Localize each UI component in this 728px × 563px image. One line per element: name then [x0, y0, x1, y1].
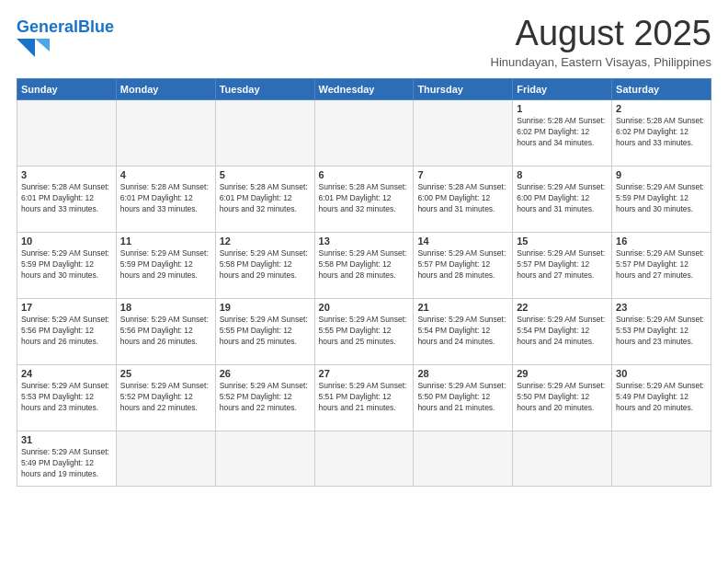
calendar-cell: 22Sunrise: 5:29 AM Sunset: 5:54 PM Dayli… [513, 298, 612, 364]
calendar-cell: 5Sunrise: 5:28 AM Sunset: 6:01 PM Daylig… [215, 166, 314, 232]
day-info: Sunrise: 5:29 AM Sunset: 5:55 PM Dayligh… [220, 315, 311, 348]
calendar-cell: 23Sunrise: 5:29 AM Sunset: 5:53 PM Dayli… [612, 298, 711, 364]
calendar-week-row: 1Sunrise: 5:28 AM Sunset: 6:02 PM Daylig… [17, 99, 711, 166]
day-number: 29 [517, 368, 608, 379]
svg-marker-0 [17, 39, 35, 57]
day-number: 23 [616, 302, 707, 313]
calendar-cell: 11Sunrise: 5:29 AM Sunset: 5:59 PM Dayli… [116, 232, 215, 298]
calendar-cell: 18Sunrise: 5:29 AM Sunset: 5:56 PM Dayli… [116, 298, 215, 364]
calendar-cell: 6Sunrise: 5:28 AM Sunset: 6:01 PM Daylig… [314, 166, 414, 232]
calendar-cell: 24Sunrise: 5:29 AM Sunset: 5:53 PM Dayli… [17, 364, 117, 431]
day-number: 21 [417, 302, 508, 313]
day-number: 26 [220, 368, 311, 379]
col-tuesday: Tuesday [215, 78, 314, 99]
day-info: Sunrise: 5:29 AM Sunset: 5:54 PM Dayligh… [517, 315, 608, 348]
calendar-cell: 1Sunrise: 5:28 AM Sunset: 6:02 PM Daylig… [513, 99, 612, 166]
day-number: 27 [319, 368, 410, 379]
day-info: Sunrise: 5:29 AM Sunset: 5:53 PM Dayligh… [21, 381, 112, 414]
day-number: 14 [417, 236, 508, 247]
col-wednesday: Wednesday [314, 78, 414, 99]
day-info: Sunrise: 5:29 AM Sunset: 5:52 PM Dayligh… [120, 381, 211, 414]
logo-general: General [17, 17, 78, 36]
calendar-cell: 9Sunrise: 5:29 AM Sunset: 5:59 PM Daylig… [612, 166, 711, 232]
day-info: Sunrise: 5:29 AM Sunset: 5:58 PM Dayligh… [220, 248, 311, 282]
day-info: Sunrise: 5:28 AM Sunset: 6:01 PM Dayligh… [319, 182, 410, 215]
day-info: Sunrise: 5:28 AM Sunset: 6:02 PM Dayligh… [616, 116, 707, 149]
calendar-cell [612, 431, 711, 486]
calendar-header-row: Sunday Monday Tuesday Wednesday Thursday… [17, 78, 711, 99]
calendar-cell [215, 99, 314, 166]
day-number: 13 [319, 236, 410, 247]
day-number: 4 [120, 169, 211, 180]
calendar-week-row: 31Sunrise: 5:29 AM Sunset: 5:49 PM Dayli… [17, 431, 711, 486]
day-number: 7 [417, 169, 508, 180]
logo-blue: Blue [78, 17, 114, 36]
day-info: Sunrise: 5:28 AM Sunset: 6:01 PM Dayligh… [21, 182, 112, 215]
calendar-week-row: 3Sunrise: 5:28 AM Sunset: 6:01 PM Daylig… [17, 166, 711, 232]
day-info: Sunrise: 5:29 AM Sunset: 5:58 PM Dayligh… [319, 248, 410, 282]
day-info: Sunrise: 5:29 AM Sunset: 5:50 PM Dayligh… [417, 381, 508, 414]
day-number: 30 [616, 368, 707, 379]
calendar-cell: 8Sunrise: 5:29 AM Sunset: 6:00 PM Daylig… [513, 166, 612, 232]
day-number: 22 [517, 302, 608, 313]
calendar-cell [116, 99, 215, 166]
calendar-cell: 16Sunrise: 5:29 AM Sunset: 5:57 PM Dayli… [612, 232, 711, 298]
calendar-cell: 28Sunrise: 5:29 AM Sunset: 5:50 PM Dayli… [414, 364, 513, 431]
day-number: 31 [21, 434, 112, 445]
day-number: 3 [21, 169, 112, 180]
calendar-cell [414, 431, 513, 486]
day-info: Sunrise: 5:28 AM Sunset: 6:01 PM Dayligh… [220, 182, 311, 215]
calendar-cell: 2Sunrise: 5:28 AM Sunset: 6:02 PM Daylig… [612, 99, 711, 166]
calendar-cell: 25Sunrise: 5:29 AM Sunset: 5:52 PM Dayli… [116, 364, 215, 431]
calendar-cell [414, 99, 513, 166]
day-number: 5 [220, 169, 311, 180]
day-number: 16 [616, 236, 707, 247]
day-info: Sunrise: 5:29 AM Sunset: 5:52 PM Dayligh… [220, 381, 311, 414]
calendar-cell: 26Sunrise: 5:29 AM Sunset: 5:52 PM Dayli… [215, 364, 314, 431]
col-thursday: Thursday [414, 78, 513, 99]
calendar-cell: 7Sunrise: 5:28 AM Sunset: 6:00 PM Daylig… [414, 166, 513, 232]
logo-icon [17, 39, 50, 57]
day-number: 10 [21, 236, 112, 247]
calendar-cell: 20Sunrise: 5:29 AM Sunset: 5:55 PM Dayli… [314, 298, 414, 364]
calendar-page: GeneralBlue August 2025 Hinundayan, East… [0, 0, 728, 496]
day-number: 8 [517, 169, 608, 180]
day-info: Sunrise: 5:29 AM Sunset: 5:55 PM Dayligh… [319, 315, 410, 348]
day-info: Sunrise: 5:29 AM Sunset: 5:56 PM Dayligh… [120, 315, 211, 348]
calendar-cell [116, 431, 215, 486]
logo: GeneralBlue [17, 15, 114, 57]
day-number: 12 [220, 236, 311, 247]
calendar-cell: 4Sunrise: 5:28 AM Sunset: 6:01 PM Daylig… [116, 166, 215, 232]
calendar-table: Sunday Monday Tuesday Wednesday Thursday… [17, 78, 711, 487]
day-info: Sunrise: 5:29 AM Sunset: 5:49 PM Dayligh… [21, 447, 112, 480]
day-info: Sunrise: 5:29 AM Sunset: 6:00 PM Dayligh… [517, 182, 608, 215]
col-friday: Friday [513, 78, 612, 99]
col-saturday: Saturday [612, 78, 711, 99]
day-info: Sunrise: 5:29 AM Sunset: 5:59 PM Dayligh… [120, 248, 211, 282]
day-number: 25 [120, 368, 211, 379]
day-number: 6 [319, 169, 410, 180]
calendar-subtitle: Hinundayan, Eastern Visayas, Philippines [491, 55, 711, 69]
day-info: Sunrise: 5:29 AM Sunset: 5:51 PM Dayligh… [319, 381, 410, 414]
day-info: Sunrise: 5:29 AM Sunset: 5:57 PM Dayligh… [616, 248, 707, 282]
calendar-cell: 15Sunrise: 5:29 AM Sunset: 5:57 PM Dayli… [513, 232, 612, 298]
day-info: Sunrise: 5:29 AM Sunset: 5:57 PM Dayligh… [417, 248, 508, 282]
calendar-cell: 30Sunrise: 5:29 AM Sunset: 5:49 PM Dayli… [612, 364, 711, 431]
logo-text: GeneralBlue [17, 18, 114, 37]
day-number: 28 [417, 368, 508, 379]
day-info: Sunrise: 5:29 AM Sunset: 5:57 PM Dayligh… [517, 248, 608, 282]
day-info: Sunrise: 5:28 AM Sunset: 6:00 PM Dayligh… [417, 182, 508, 215]
calendar-cell [314, 99, 414, 166]
calendar-cell: 21Sunrise: 5:29 AM Sunset: 5:54 PM Dayli… [414, 298, 513, 364]
day-info: Sunrise: 5:29 AM Sunset: 5:49 PM Dayligh… [616, 381, 707, 414]
calendar-week-row: 17Sunrise: 5:29 AM Sunset: 5:56 PM Dayli… [17, 298, 711, 364]
calendar-cell: 10Sunrise: 5:29 AM Sunset: 5:59 PM Dayli… [17, 232, 117, 298]
calendar-title: August 2025 [491, 15, 711, 53]
day-number: 15 [517, 236, 608, 247]
day-number: 1 [517, 103, 608, 114]
day-number: 18 [120, 302, 211, 313]
col-monday: Monday [116, 78, 215, 99]
calendar-cell: 12Sunrise: 5:29 AM Sunset: 5:58 PM Dayli… [215, 232, 314, 298]
day-number: 24 [21, 368, 112, 379]
calendar-cell [17, 99, 117, 166]
